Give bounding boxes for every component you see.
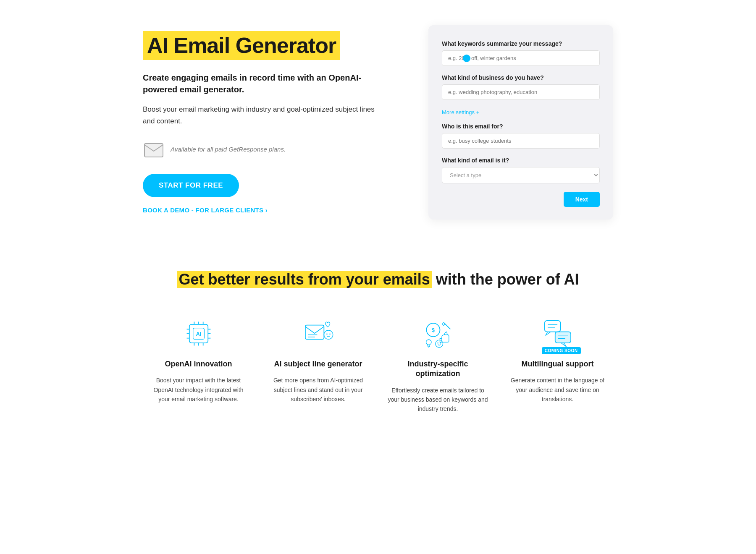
hero-subtitle: Create engaging emails in record time wi… xyxy=(143,72,386,95)
svg-point-29 xyxy=(426,340,431,345)
more-settings-link[interactable]: More settings + xyxy=(442,109,479,115)
audience-label: Who is this email for? xyxy=(442,123,600,130)
feature-multilingual: COMING SOON Multilingual support xyxy=(506,315,609,414)
hero-title-highlight: AI Email Generator xyxy=(143,31,340,60)
keywords-input-wrapper xyxy=(442,50,600,66)
hero-plan-badge: Available for all paid GetResponse plans… xyxy=(143,138,386,160)
svg-marker-36 xyxy=(561,343,566,347)
svg-point-19 xyxy=(324,330,333,339)
feature-openai-desc: Boost your impact with the latest OpenAI… xyxy=(147,376,250,404)
svg-text:$: $ xyxy=(431,327,434,333)
feature-openai-icon-wrap: AI xyxy=(180,315,218,353)
feature-openai-title: OpenAI innovation xyxy=(165,359,232,369)
email-type-label: What kind of email is it? xyxy=(442,157,600,164)
openai-icon: AI xyxy=(182,317,215,350)
feature-industry-desc: Effortlessly create emails tailored to y… xyxy=(386,386,489,414)
headline-part2: with the power of AI xyxy=(436,271,579,288)
feature-multilingual-title: Multilingual support xyxy=(522,359,594,369)
form-footer: Next xyxy=(442,192,600,207)
hero-right-panel: What keywords summarize your message? Wh… xyxy=(428,25,613,220)
hero-section: AI Email Generator Create engaging email… xyxy=(126,0,630,236)
business-label: What kind of business do you have? xyxy=(442,74,600,81)
email-generator-form-card: What keywords summarize your message? Wh… xyxy=(428,25,613,220)
feature-openai: AI xyxy=(147,315,250,414)
features-grid: AI xyxy=(147,315,609,414)
audience-input[interactable] xyxy=(442,133,600,149)
email-icon xyxy=(143,138,165,160)
svg-rect-35 xyxy=(555,332,570,343)
form-group-business: What kind of business do you have? xyxy=(442,74,600,100)
feature-subject-title: AI subject line generator xyxy=(274,359,362,369)
feature-industry: $ xyxy=(386,315,489,414)
feature-multilingual-desc: Generate content in the language of your… xyxy=(506,376,609,404)
book-demo-link[interactable]: BOOK A DEMO - FOR LARGE CLIENTS › xyxy=(143,206,386,214)
hero-left-panel: AI Email Generator Create engaging email… xyxy=(143,31,386,214)
svg-point-28 xyxy=(440,342,441,344)
feature-subject: AI subject line generator Get more opens… xyxy=(267,315,370,414)
keywords-label: What keywords summarize your message? xyxy=(442,40,600,47)
svg-text:AI: AI xyxy=(196,331,201,337)
svg-point-27 xyxy=(437,342,438,344)
coming-soon-badge: COMING SOON xyxy=(542,347,581,354)
feature-industry-title: Industry-specific optimization xyxy=(386,359,489,379)
features-section: Get better results from your emails with… xyxy=(0,236,756,439)
headline-highlight: Get better results from your emails xyxy=(177,271,432,288)
hero-badge-text: Available for all paid GetResponse plans… xyxy=(171,146,286,153)
form-group-audience: Who is this email for? xyxy=(442,123,600,149)
email-type-select[interactable]: Select a type xyxy=(442,167,600,183)
industry-icon: $ xyxy=(421,317,455,350)
start-for-free-button[interactable]: START FOR FREE xyxy=(143,174,239,197)
form-group-keywords: What keywords summarize your message? xyxy=(442,40,600,66)
feature-industry-icon-wrap: $ xyxy=(419,315,457,353)
next-button[interactable]: Next xyxy=(564,192,600,207)
feature-subject-icon-wrap xyxy=(299,315,337,353)
subject-line-icon xyxy=(302,317,335,350)
blue-dot-decoration xyxy=(463,55,470,62)
svg-point-21 xyxy=(329,333,331,334)
form-group-email-type: What kind of email is it? Select a type xyxy=(442,157,600,183)
features-headline: Get better results from your emails with… xyxy=(17,270,739,290)
hero-description: Boost your email marketing with industry… xyxy=(143,104,386,126)
svg-rect-0 xyxy=(144,144,163,157)
business-input[interactable] xyxy=(442,84,600,100)
svg-point-26 xyxy=(435,340,443,348)
hero-title: AI Email Generator xyxy=(147,34,336,57)
feature-multilingual-icon-wrap: COMING SOON xyxy=(539,315,577,353)
svg-point-20 xyxy=(326,333,328,334)
svg-marker-32 xyxy=(545,332,550,335)
feature-subject-desc: Get more opens from AI-optimized subject… xyxy=(267,376,370,404)
svg-rect-31 xyxy=(544,321,560,332)
multilingual-icon xyxy=(541,317,575,350)
